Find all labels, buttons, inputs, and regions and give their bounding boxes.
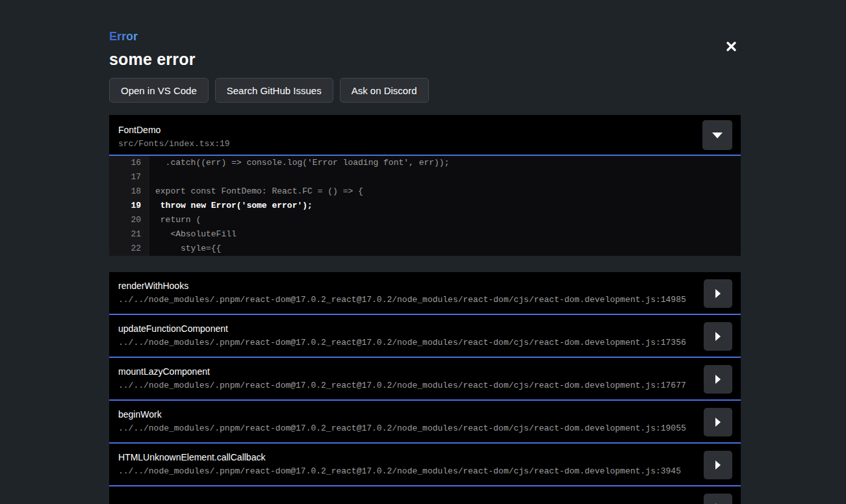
line-number: 18 (109, 184, 149, 199)
code-line: 17 (109, 170, 741, 184)
expand-frame-button[interactable] (704, 494, 732, 504)
stack-frame-renderwithhooks: renderWithHooks ../../node_modules/.pnpm… (109, 272, 741, 315)
line-number: 21 (109, 227, 149, 242)
code-line-text: return ( (149, 213, 741, 227)
close-button[interactable] (721, 37, 741, 58)
code-frame-location: src/Fonts/index.tsx:19 (118, 139, 732, 149)
stack-frame-beginwork: beginWork ../../node_modules/.pnpm/react… (109, 401, 741, 444)
code-snippet: 16 .catch((err) => console.log('Error lo… (109, 156, 741, 256)
line-number: 22 (109, 242, 149, 256)
stack-frame-location: ../../node_modules/.pnpm/react-dom@17.0.… (118, 381, 695, 390)
error-type-label: Error (109, 30, 138, 44)
chevron-right-icon (715, 418, 721, 427)
action-button-row: Open in VS Code Search GitHub Issues Ask… (109, 78, 429, 103)
code-line: 16 .catch((err) => console.log('Error lo… (109, 156, 741, 170)
chevron-right-icon (715, 289, 721, 298)
stack-frame-partial (109, 486, 741, 504)
stack-frame-location: ../../node_modules/.pnpm/react-dom@17.0.… (118, 423, 695, 433)
stack-frame-function-name: HTMLUnknownElement.callCallback (118, 452, 695, 462)
expand-frame-button[interactable] (704, 408, 732, 436)
stack-frame-updatefunctioncomponent: updateFunctionComponent ../../node_modul… (109, 315, 741, 358)
code-line-text: .catch((err) => console.log('Error loadi… (149, 156, 741, 170)
expand-frame-button[interactable] (704, 365, 732, 394)
line-number: 16 (109, 156, 149, 170)
line-number: 17 (109, 170, 149, 184)
chevron-right-icon (715, 460, 721, 470)
code-line: 22 style={{ (109, 242, 741, 256)
code-line-text: throw new Error('some error'); (149, 199, 741, 213)
code-line-text (149, 170, 741, 184)
code-line: 20 return ( (109, 213, 741, 227)
open-in-vscode-button[interactable]: Open in VS Code (109, 78, 209, 103)
code-line-highlighted: 19 throw new Error('some error'); (109, 199, 741, 213)
chevron-down-icon (712, 132, 723, 138)
code-line-text: export const FontDemo: React.FC = () => … (149, 184, 741, 199)
expand-frame-button[interactable] (704, 279, 732, 308)
stack-frame-function-name: updateFunctionComponent (118, 323, 695, 334)
code-line-text: <AbsoluteFill (149, 227, 741, 242)
chevron-right-icon (715, 375, 721, 384)
chevron-right-icon (715, 332, 721, 341)
expand-frame-button[interactable] (704, 451, 732, 479)
collapse-code-button[interactable] (702, 120, 732, 150)
stack-trace-list: renderWithHooks ../../node_modules/.pnpm… (109, 272, 741, 504)
code-line-text: style={{ (149, 242, 741, 256)
stack-frame-mountlazycomponent: mountLazyComponent ../../node_modules/.p… (109, 358, 741, 401)
expand-frame-button[interactable] (704, 322, 732, 351)
close-icon (725, 40, 737, 55)
code-frame-header: FontDemo src/Fonts/index.tsx:19 (109, 115, 741, 156)
code-line: 18export const FontDemo: React.FC = () =… (109, 184, 741, 199)
stack-frame-location: ../../node_modules/.pnpm/react-dom@17.0.… (118, 295, 695, 305)
stack-frame-location: ../../node_modules/.pnpm/react-dom@17.0.… (118, 466, 695, 476)
stack-frame-function-name: renderWithHooks (118, 281, 695, 291)
stack-frame-location: ../../node_modules/.pnpm/react-dom@17.0.… (118, 338, 695, 347)
error-message-title: some error (109, 50, 196, 69)
line-number: 20 (109, 213, 149, 227)
search-github-issues-button[interactable]: Search GitHub Issues (215, 78, 333, 103)
code-frame-panel: FontDemo src/Fonts/index.tsx:19 16 .catc… (109, 115, 741, 256)
code-frame-function-name: FontDemo (118, 125, 732, 135)
line-number: 19 (109, 199, 149, 213)
ask-on-discord-button[interactable]: Ask on Discord (340, 78, 429, 103)
stack-frame-function-name: beginWork (118, 409, 695, 420)
code-line: 21 <AbsoluteFill (109, 227, 741, 242)
stack-frame-callcallback: HTMLUnknownElement.callCallback ../../no… (109, 444, 741, 486)
stack-frame-function-name: mountLazyComponent (118, 366, 695, 377)
